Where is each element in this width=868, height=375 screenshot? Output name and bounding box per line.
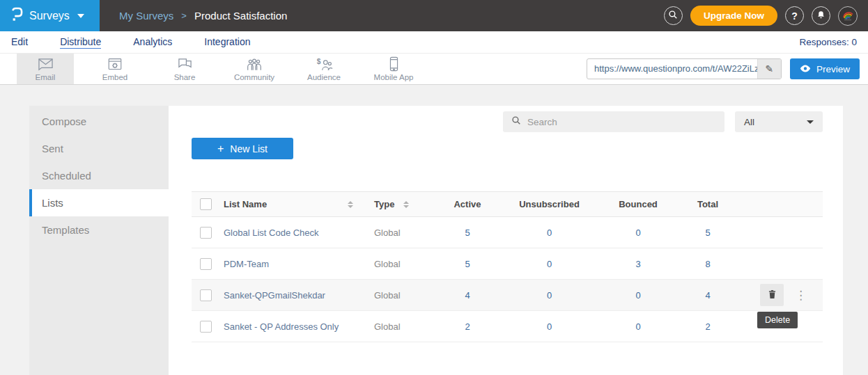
sidebar-item-lists[interactable]: Lists	[29, 189, 169, 216]
list-search[interactable]	[503, 111, 724, 132]
sidebar-item-sent[interactable]: Sent	[29, 135, 169, 162]
list-name-link[interactable]: Global List Code Check	[224, 228, 319, 238]
channel-label: Mobile App	[374, 73, 414, 81]
delete-list-button[interactable]	[760, 284, 784, 306]
active-count-link[interactable]: 4	[465, 290, 470, 301]
email-icon	[37, 57, 54, 72]
row-checkbox[interactable]	[200, 258, 212, 270]
unsubscribed-count-link[interactable]: 0	[547, 321, 552, 332]
channel-label: Email	[36, 73, 56, 81]
new-list-button[interactable]: + New List	[192, 138, 293, 159]
search-input[interactable]	[527, 117, 716, 127]
questionpro-logo-icon	[11, 7, 23, 24]
breadcrumb-survey-title: Product Satisfaction	[194, 10, 287, 22]
channel-audience[interactable]: $ Audience	[295, 54, 352, 84]
row-menu-icon[interactable]: ⋮	[795, 289, 807, 301]
select-all-checkbox[interactable]	[200, 198, 212, 210]
product-switcher[interactable]: Surveys	[0, 0, 100, 31]
table-row[interactable]: PDM-Team Global 5 0 3 8	[192, 248, 823, 280]
bell-icon	[816, 10, 826, 22]
sidebar-item-compose[interactable]: Compose	[29, 108, 169, 135]
channel-email[interactable]: Email	[17, 54, 74, 84]
list-filters: All	[169, 106, 843, 132]
embed-icon	[107, 57, 123, 72]
notifications-button[interactable]	[812, 6, 830, 25]
sidebar-item-templates[interactable]: Templates	[29, 216, 169, 244]
active-count-link[interactable]: 5	[465, 228, 470, 238]
total-count-link[interactable]: 4	[705, 290, 710, 301]
channel-label: Audience	[307, 73, 341, 81]
active-count-link[interactable]: 5	[465, 259, 470, 269]
table-body: Global List Code Check Global 5 0 0 5 PD…	[192, 217, 823, 342]
header-actions: Upgrade Now ?	[664, 6, 868, 26]
breadcrumb-separator: >	[181, 10, 187, 21]
breadcrumb-my-surveys[interactable]: My Surveys	[119, 10, 173, 22]
gauge-avatar-icon	[839, 6, 856, 26]
row-checkbox[interactable]	[200, 227, 212, 239]
chevron-down-icon	[77, 14, 84, 18]
unsubscribed-count-link[interactable]: 0	[547, 290, 552, 301]
unsubscribed-count-link[interactable]: 0	[547, 259, 552, 269]
breadcrumb: My Surveys > Product Satisfaction	[119, 10, 287, 22]
community-icon	[245, 57, 263, 72]
survey-tab-bar: Edit Distribute Analytics Integration Re…	[0, 31, 868, 53]
list-type-value: Global	[374, 290, 401, 301]
column-bounced: Bounced	[600, 199, 676, 209]
toolbar-right: https://www.questionpro.com/t/AW22ZiLz6 …	[587, 54, 868, 84]
bounced-count-link[interactable]: 3	[635, 259, 640, 269]
list-name-link[interactable]: Sanket-QPGmailShekdar	[224, 290, 325, 301]
app-window: Surveys My Surveys > Product Satisfactio…	[0, 0, 868, 375]
tab-edit[interactable]: Edit	[11, 36, 28, 48]
active-count-link[interactable]: 2	[465, 321, 470, 332]
mobile-app-icon	[389, 56, 398, 72]
unsubscribed-count-link[interactable]: 0	[547, 228, 552, 238]
survey-url-value[interactable]: https://www.questionpro.com/t/AW22ZiLz6	[587, 59, 757, 79]
total-count-link[interactable]: 2	[705, 321, 710, 332]
help-button[interactable]: ?	[785, 6, 804, 25]
row-actions: ⋮ Delete	[739, 284, 823, 306]
top-header: Surveys My Surveys > Product Satisfactio…	[0, 0, 868, 31]
sort-icon[interactable]	[348, 201, 353, 208]
search-button[interactable]	[664, 6, 683, 25]
tab-integration[interactable]: Integration	[204, 36, 250, 48]
search-icon	[511, 115, 521, 128]
tab-analytics[interactable]: Analytics	[133, 36, 172, 48]
tab-distribute[interactable]: Distribute	[60, 36, 101, 49]
bounced-count-link[interactable]: 0	[635, 228, 640, 238]
list-name-link[interactable]: PDM-Team	[224, 259, 269, 269]
row-checkbox[interactable]	[200, 321, 212, 333]
channel-community[interactable]: Community	[226, 54, 283, 84]
email-sidebar: Compose Sent Scheduled Lists Templates	[29, 106, 169, 375]
preview-button[interactable]: Preview	[790, 58, 860, 79]
table-row[interactable]: Sanket-QPGmailShekdar Global 4 0 0 4 ⋮ D…	[192, 280, 823, 311]
upgrade-now-button[interactable]: Upgrade Now	[690, 6, 777, 26]
list-type-filter[interactable]: All	[735, 111, 823, 132]
sidebar-item-scheduled[interactable]: Scheduled	[29, 162, 169, 189]
user-avatar[interactable]	[838, 6, 858, 26]
total-count-link[interactable]: 8	[705, 259, 710, 269]
page-body: Compose Sent Scheduled Lists Templates A…	[0, 85, 868, 375]
sort-icon[interactable]	[403, 201, 409, 208]
list-name-link[interactable]: Sanket - QP Addresses Only	[224, 321, 339, 332]
survey-url-field[interactable]: https://www.questionpro.com/t/AW22ZiLz6 …	[587, 58, 782, 79]
row-checkbox[interactable]	[200, 289, 212, 301]
responses-count[interactable]: Responses: 0	[799, 37, 857, 47]
column-type[interactable]: Type	[374, 199, 394, 209]
table-row[interactable]: Sanket - QP Addresses Only Global 2 0 0 …	[192, 311, 823, 342]
channel-share[interactable]: Share	[156, 54, 213, 84]
edit-url-button[interactable]: ✎	[757, 59, 781, 79]
channel-embed[interactable]: Embed	[86, 54, 144, 84]
channel-label: Community	[234, 73, 274, 81]
pencil-icon: ✎	[766, 63, 774, 74]
bounced-count-link[interactable]: 0	[635, 321, 640, 332]
lists-panel: All + New List List Name	[169, 106, 843, 375]
bounced-count-link[interactable]: 0	[635, 290, 640, 301]
table-row[interactable]: Global List Code Check Global 5 0 0 5	[192, 217, 823, 248]
search-icon	[668, 10, 678, 22]
total-count-link[interactable]: 5	[705, 228, 710, 238]
audience-icon: $	[315, 57, 333, 72]
column-list-name[interactable]: List Name	[224, 199, 267, 209]
list-type-value: Global	[374, 228, 401, 238]
svg-text:$: $	[317, 57, 321, 65]
channel-mobile-app[interactable]: Mobile App	[365, 54, 422, 84]
